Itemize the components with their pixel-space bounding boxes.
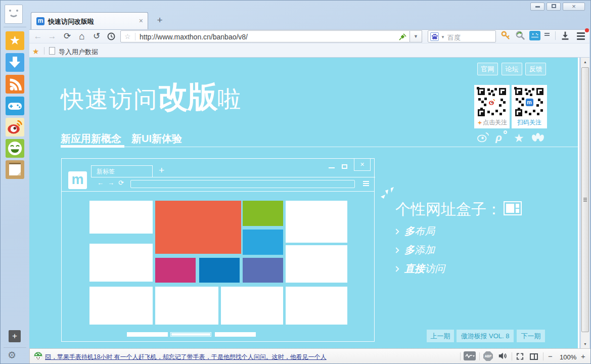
user-avatar-button[interactable] [5, 5, 23, 24]
mock-maximize-icon[interactable] [342, 164, 347, 169]
mock-address-bar[interactable] [130, 180, 355, 188]
address-dropdown-button[interactable]: ▼ [410, 30, 422, 42]
scrollbar-thumb[interactable] [581, 67, 589, 332]
sidebar-downloads-button[interactable] [6, 53, 24, 72]
qr-label: 扫码关注 [512, 118, 547, 127]
mock-forward-icon[interactable]: → [108, 179, 114, 187]
mock-menu-icon[interactable] [363, 181, 369, 182]
mock-new-tab[interactable]: 新标签 [91, 165, 153, 177]
weibo-qr-card[interactable]: ＋点击关注 [474, 85, 510, 128]
sidebar-games-button[interactable] [6, 97, 24, 115]
mockup-tile-pink[interactable] [155, 258, 196, 283]
address-bar[interactable]: ☆ http://www.maxthon.cn/banbao/v8/ [120, 30, 410, 42]
adblock-plus-icon[interactable]: ABP [483, 351, 493, 361]
sidebar-weibo-button[interactable] [6, 118, 24, 136]
mockup-tile-purple[interactable] [243, 258, 283, 283]
sidebar-notes-button[interactable] [6, 160, 24, 179]
qzone-star-icon[interactable]: ★ [514, 131, 529, 145]
forum-button[interactable]: 论坛 [502, 63, 522, 75]
mock-back-icon[interactable]: ← [97, 179, 104, 187]
feature-item-multi-add[interactable]: 多添加 [394, 243, 435, 257]
favorites-star-icon[interactable]: ★ [32, 47, 39, 56]
page-indicator[interactable] [127, 332, 168, 337]
news-ticker-link[interactable]: 囧，苹果手表待机18小时 有一个人赶飞机，却忘记了带手表，于是他想找个人问问。这… [45, 353, 327, 361]
scroll-down-button[interactable]: ▼ [581, 340, 589, 348]
wechat-qr-card[interactable]: m 扫码关注 [512, 85, 547, 128]
home-button[interactable]: ⌂ [76, 31, 88, 42]
browser-tab[interactable]: m 快速访问改版啦 × [31, 12, 148, 29]
sniffer-button[interactable] [464, 351, 476, 360]
forward-button[interactable]: → [46, 31, 58, 42]
next-issue-button[interactable]: 下一期 [517, 330, 545, 342]
mockup-tile-skyblue[interactable] [243, 230, 283, 255]
undo-button[interactable]: ↺ [90, 31, 103, 42]
sidebar-favorites-button[interactable]: ★ [6, 31, 24, 50]
page-indicator[interactable] [215, 332, 256, 337]
sidebar-emoji-button[interactable] [6, 139, 24, 158]
mockup-tile[interactable] [89, 201, 153, 234]
official-site-button[interactable]: 官网 [477, 63, 498, 75]
status-bar: 囧，苹果手表待机18小时 有一个人赶飞机，却忘记了带手表，于是他想找个人问问。这… [29, 348, 590, 363]
search-placeholder[interactable]: 百度 [447, 33, 461, 42]
history-clock-button[interactable] [105, 31, 117, 42]
close-button[interactable]: × [563, 3, 585, 11]
new-tab-button[interactable]: + [153, 15, 166, 26]
mock-new-tab-plus-icon[interactable]: + [159, 165, 164, 176]
minimize-button[interactable] [530, 3, 544, 11]
vertical-scrollbar[interactable]: ▲ ▼ [581, 58, 589, 348]
mockup-tile-darkblue[interactable] [199, 258, 240, 283]
feature-item-multi-layout[interactable]: 多布局 [394, 224, 435, 238]
sidebar-rss-button[interactable] [6, 75, 24, 94]
mockup-tile[interactable] [286, 201, 347, 243]
fullscreen-button[interactable] [516, 352, 524, 362]
passkeeper-button[interactable] [500, 30, 513, 42]
zoom-in-button[interactable]: + [581, 352, 585, 360]
mockup-tile[interactable] [89, 244, 153, 282]
engine-dropdown-icon[interactable]: ▼ [441, 35, 445, 39]
sound-mute-button[interactable] [497, 351, 508, 362]
maxthon-logo-icon: m [525, 98, 534, 107]
mockup-tile[interactable] [286, 245, 347, 283]
url-text[interactable]: http://www.maxthon.cn/banbao/v8/ [140, 33, 248, 41]
downloads-button[interactable] [560, 30, 573, 42]
mock-refresh-icon[interactable]: ⟳ [118, 179, 124, 187]
page-indicator-active[interactable] [170, 332, 211, 337]
settings-gear-icon[interactable]: ⚙ [8, 349, 16, 361]
tab-close-icon[interactable]: × [139, 17, 143, 25]
tab-new-app-concept[interactable]: 新应用新概念 [61, 132, 121, 146]
feature-item-direct-visit[interactable]: 直接访问 [394, 262, 445, 276]
p-search-share-icon[interactable]: ρ [495, 131, 511, 145]
back-button[interactable]: ← [32, 31, 44, 42]
sidebar-add-button[interactable]: + [9, 330, 21, 342]
bookmark-star-icon[interactable]: ☆ [124, 32, 131, 40]
refresh-button[interactable]: ⟳ [61, 31, 73, 42]
mockup-tile[interactable] [155, 287, 218, 325]
mockup-tile-orange[interactable] [155, 201, 241, 254]
prev-issue-button[interactable]: 上一期 [427, 330, 454, 342]
mock-close-button[interactable]: × [354, 159, 371, 171]
skins-games-button[interactable] [529, 31, 540, 40]
mockup-tile[interactable] [89, 287, 153, 325]
snap-plugin-icon[interactable] [398, 33, 406, 43]
zoom-out-button[interactable]: − [548, 352, 553, 360]
maximize-button[interactable] [547, 3, 561, 11]
download-arrow-icon [13, 57, 17, 62]
search-box[interactable]: ▼ 百度 [428, 30, 496, 42]
community-paws-icon[interactable] [531, 131, 546, 145]
extensions-more-button[interactable] [544, 32, 550, 34]
mockup-tile[interactable] [221, 287, 283, 325]
feedback-button[interactable]: 反馈 [525, 63, 546, 75]
scroll-up-button[interactable]: ▲ [581, 58, 589, 66]
main-menu-button[interactable] [575, 30, 588, 42]
baidu-engine-icon[interactable] [430, 32, 439, 41]
mockup-tile[interactable] [286, 287, 347, 325]
weibo-share-icon[interactable] [476, 131, 491, 145]
split-screen-button[interactable] [530, 353, 538, 360]
mock-minimize-icon[interactable] [329, 167, 335, 168]
page-icon [49, 47, 55, 55]
chevron-right-icon [393, 266, 399, 271]
active-tab-underline [61, 145, 124, 148]
mockup-tile-green[interactable] [243, 201, 283, 226]
supersearch-button[interactable] [515, 30, 528, 42]
tab-new-ui-experience[interactable]: 新UI新体验 [131, 132, 182, 146]
